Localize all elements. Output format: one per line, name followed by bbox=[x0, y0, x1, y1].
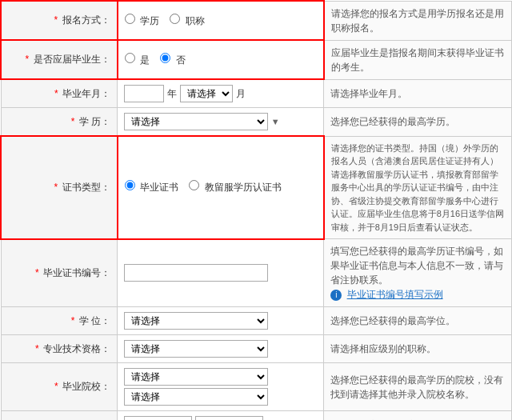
input-education-level: 请选择 ▼ bbox=[118, 108, 324, 137]
row-education-level: * 学 历： 请选择 ▼ 选择您已经获得的最高学历。 bbox=[1, 108, 512, 137]
radio-no[interactable]: 否 bbox=[160, 54, 185, 66]
desc-major: 选择您最高学历对应的专业。 bbox=[324, 411, 512, 421]
info-icon: i bbox=[330, 290, 342, 301]
row-graduation-school: * 毕业院校： 请选择 请选择 选择您已经获得的最高学历的院校，没有找到请选择其… bbox=[1, 363, 512, 411]
label-major: * 专 业： bbox=[1, 411, 118, 421]
radio-jiaoliu[interactable]: 教留服学历认证书 bbox=[189, 182, 281, 193]
desc-certificate-number: 填写您已经获得的最高学历证书编号，如果毕业证书信息与本人信息不一致，请与省注协联… bbox=[324, 239, 512, 307]
input-major: 请选择 请选择 bbox=[118, 411, 324, 421]
desc-education-level: 选择您已经获得的最高学历。 bbox=[324, 108, 512, 137]
row-current-graduate: * 是否应届毕业生： 是 否 应届毕业生是指报名期间末获得毕业证书的考生。 bbox=[1, 40, 512, 79]
radio-xueli[interactable]: 学历 bbox=[125, 15, 162, 26]
desc-professional-qualification: 请选择相应级别的职称。 bbox=[324, 335, 512, 363]
label-education-level: * 学 历： bbox=[1, 108, 118, 137]
label-academic-degree: * 学 位： bbox=[1, 307, 118, 335]
major-select-2[interactable]: 请选择 bbox=[195, 416, 263, 420]
desc-registration-method: 请选择您的报名方式是用学历报名还是用职称报名。 bbox=[324, 1, 512, 40]
row-professional-qualification: * 专业技术资格： 请选择 请选择相应级别的职称。 bbox=[1, 335, 512, 363]
input-current-graduate: 是 否 bbox=[118, 40, 324, 79]
input-certificate-type: 毕业证书 教留服学历认证书 bbox=[118, 136, 324, 239]
row-graduation-year: * 毕业年月： 年 请选择 月 请选择毕业年月。 bbox=[1, 79, 512, 108]
qualification-select[interactable]: 请选择 bbox=[124, 340, 268, 358]
cert-example-link[interactable]: 毕业证书编号填写示例 bbox=[347, 289, 443, 300]
desc-certificate-type: 请选择您的证书类型。持国（境）外学历的报名人员（含港澳台居民居住证证持有人）请选… bbox=[324, 136, 512, 239]
row-certificate-number: * 毕业证书编号： 填写您已经获得的最高学历证书编号，如果毕业证书信息与本人信息… bbox=[1, 239, 512, 307]
desc-academic-degree: 选择您已经获得的最高学位。 bbox=[324, 307, 512, 335]
input-certificate-number bbox=[118, 239, 324, 307]
row-certificate-type: * 证书类型： 毕业证书 教留服学历认证书 请选择您的证书类型。持国（境）外学历… bbox=[1, 136, 512, 239]
radio-biye[interactable]: 毕业证书 bbox=[125, 182, 182, 193]
label-graduation-year: * 毕业年月： bbox=[1, 79, 118, 108]
year-input[interactable] bbox=[124, 85, 164, 102]
desc-graduation-year: 请选择毕业年月。 bbox=[324, 79, 512, 108]
input-academic-degree: 请选择 bbox=[118, 307, 324, 335]
cert-number-input[interactable] bbox=[124, 264, 268, 282]
row-registration-method: * 报名方式： 学历 职称 请选择您的报名方式是用学历报名还是用职称报名。 bbox=[1, 1, 512, 40]
row-major: * 专 业： 请选择 请选择 选择您最高学历对应的专业。 bbox=[1, 411, 512, 421]
radio-zhicheng[interactable]: 职称 bbox=[170, 15, 204, 26]
school-select-1[interactable]: 请选择 bbox=[124, 368, 268, 386]
label-certificate-type: * 证书类型： bbox=[1, 136, 118, 239]
desc-current-graduate: 应届毕业生是指报名期间末获得毕业证书的考生。 bbox=[324, 40, 512, 79]
major-select-1[interactable]: 请选择 bbox=[124, 416, 192, 420]
label-professional-qualification: * 专业技术资格： bbox=[1, 335, 118, 363]
month-select[interactable]: 请选择 bbox=[180, 85, 233, 102]
input-professional-qualification: 请选择 bbox=[118, 335, 324, 363]
row-academic-degree: * 学 位： 请选择 选择您已经获得的最高学位。 bbox=[1, 307, 512, 335]
label-registration-method: * 报名方式： bbox=[1, 1, 118, 40]
desc-graduation-school: 选择您已经获得的最高学历的院校，没有找到请选择其他并录入院校名称。 bbox=[324, 363, 512, 411]
degree-select[interactable]: 请选择 bbox=[124, 312, 268, 330]
radio-yes[interactable]: 是 bbox=[125, 54, 153, 66]
input-graduation-year: 年 请选择 月 bbox=[118, 79, 324, 108]
school-select-2[interactable]: 请选择 bbox=[124, 388, 268, 406]
registration-form: * 报名方式： 学历 职称 请选择您的报名方式是用学历报名还是用职称报名。 * … bbox=[0, 0, 512, 420]
label-certificate-number: * 毕业证书编号： bbox=[1, 239, 118, 307]
input-graduation-school: 请选择 请选择 bbox=[118, 363, 324, 411]
label-graduation-school: * 毕业院校： bbox=[1, 363, 118, 411]
label-current-graduate: * 是否应届毕业生： bbox=[1, 40, 118, 79]
education-select[interactable]: 请选择 bbox=[124, 113, 268, 130]
input-registration-method: 学历 职称 bbox=[118, 1, 324, 40]
